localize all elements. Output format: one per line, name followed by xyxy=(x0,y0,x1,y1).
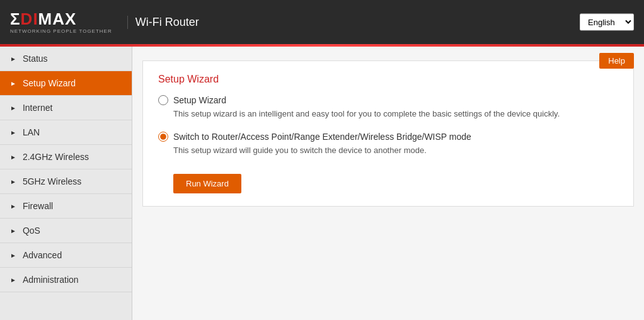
sidebar-item-label: 2.4GHz Wireless xyxy=(23,152,89,162)
sidebar-item-label: QoS xyxy=(23,226,40,236)
header-title: Wi-Fi Router xyxy=(127,16,199,29)
logo-di: DI xyxy=(21,9,38,28)
logo-sigma: Σ xyxy=(10,9,21,28)
sidebar: ► Status ► Setup Wizard ► Internet ► LAN… xyxy=(0,47,132,320)
option-label-1: Setup Wizard xyxy=(158,95,618,105)
sidebar-item-setup-wizard[interactable]: ► Setup Wizard xyxy=(0,71,132,96)
arrow-icon: ► xyxy=(10,227,16,234)
sidebar-item-label: LAN xyxy=(23,127,40,137)
arrow-icon: ► xyxy=(10,105,16,111)
arrow-icon: ► xyxy=(10,154,16,161)
option-row-2: Switch to Router/Access Point/Range Exte… xyxy=(158,132,618,157)
sidebar-item-label: Internet xyxy=(23,103,52,113)
logo-tagline: NETWORKING PEOPLE TOGETHER xyxy=(10,28,112,34)
arrow-icon: ► xyxy=(10,80,16,87)
sidebar-item-qos[interactable]: ► QoS xyxy=(0,219,132,243)
sidebar-item-administration[interactable]: ► Administration xyxy=(0,268,132,292)
sidebar-item-lan[interactable]: ► LAN xyxy=(0,120,132,145)
language-selector[interactable]: English Chinese German French Spanish xyxy=(580,14,634,31)
option-desc-1: This setup wizard is an intelligent and … xyxy=(173,108,618,120)
option-text-1[interactable]: Setup Wizard xyxy=(173,95,226,105)
sidebar-item-wireless-24[interactable]: ► 2.4GHz Wireless xyxy=(0,145,132,169)
option-row-1: Setup Wizard This setup wizard is an int… xyxy=(158,95,618,120)
section-title: Setup Wizard xyxy=(158,74,618,85)
sidebar-item-status[interactable]: ► Status xyxy=(0,47,132,71)
option-text-2[interactable]: Switch to Router/Access Point/Range Exte… xyxy=(173,132,471,142)
sidebar-item-firewall[interactable]: ► Firewall xyxy=(0,194,132,219)
option-label-2: Switch to Router/Access Point/Range Exte… xyxy=(158,132,618,142)
arrow-icon: ► xyxy=(10,55,16,62)
sidebar-item-advanced[interactable]: ► Advanced xyxy=(0,243,132,268)
arrow-icon: ► xyxy=(10,277,16,283)
option-desc-2: This setup wizard will guide you to swit… xyxy=(173,144,618,157)
arrow-icon: ► xyxy=(10,129,16,136)
arrow-icon: ► xyxy=(10,203,16,210)
sidebar-item-wireless-5[interactable]: ► 5GHz Wireless xyxy=(0,169,132,194)
help-button[interactable]: Help xyxy=(599,53,634,69)
radio-option-1[interactable] xyxy=(158,95,168,105)
sidebar-item-internet[interactable]: ► Internet xyxy=(0,96,132,120)
sidebar-item-label: Administration xyxy=(23,275,79,285)
sidebar-item-label: Advanced xyxy=(23,250,62,260)
sidebar-item-label: 5GHz Wireless xyxy=(23,176,81,186)
language-dropdown[interactable]: English Chinese German French Spanish xyxy=(580,14,634,31)
arrow-icon: ► xyxy=(10,252,16,259)
radio-option-2[interactable] xyxy=(158,132,168,142)
logo-max: MAX xyxy=(38,9,77,28)
logo-text: ΣDIMAX xyxy=(10,11,76,27)
main-content: Help Setup Wizard Setup Wizard This setu… xyxy=(132,47,644,320)
logo-area: ΣDIMAX NETWORKING PEOPLE TOGETHER Wi-Fi … xyxy=(10,11,199,34)
sidebar-item-label: Firewall xyxy=(23,201,53,211)
layout: ► Status ► Setup Wizard ► Internet ► LAN… xyxy=(0,47,644,320)
sidebar-item-label: Setup Wizard xyxy=(23,78,76,88)
logo-box: ΣDIMAX NETWORKING PEOPLE TOGETHER xyxy=(10,11,112,34)
run-wizard-button[interactable]: Run Wizard xyxy=(173,174,241,193)
header: ΣDIMAX NETWORKING PEOPLE TOGETHER Wi-Fi … xyxy=(0,0,644,44)
content-box: Setup Wizard Setup Wizard This setup wiz… xyxy=(142,60,634,207)
sidebar-item-label: Status xyxy=(23,54,48,64)
arrow-icon: ► xyxy=(10,178,16,185)
